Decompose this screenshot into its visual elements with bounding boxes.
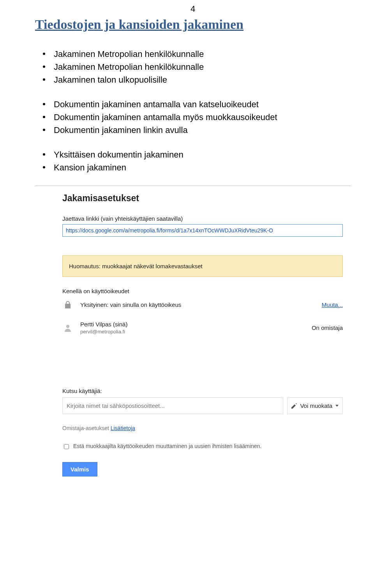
list-item-text: Dokumentin jakaminen antamalla van katse… [54,98,259,111]
notice-box: Huomautus: muokkaajat näkevät lomakevast… [62,255,343,277]
list-item: Kansion jakaminen [43,161,351,174]
share-dialog: Jakamisasetukset Jaettava linkki (vain y… [62,193,343,476]
permission-dropdown[interactable]: Voi muokata [287,397,343,414]
list-item: Jakaminen Metropolian henkilökunnalle [43,60,351,73]
page-title: Tiedostojen ja kansioiden jakaminen [35,17,351,32]
restrict-editors-label: Estä muokkaajilta käyttöoikeuden muuttam… [73,443,261,449]
bullet-dot-icon [43,53,45,55]
bullet-dot-icon [43,116,45,118]
bullet-group-1: Jakaminen Metropolian henkilökunnalle Ja… [43,48,351,86]
bullet-dot-icon [43,103,45,105]
lock-icon [62,301,73,308]
bullet-dot-icon [43,166,45,168]
chevron-down-icon [335,405,339,407]
permission-dropdown-label: Voi muokata [300,402,332,409]
list-item-text: Jakaminen Metropolian henkilökunnalle [54,60,204,73]
permission-row-private: Yksityinen: vain sinulla on käyttöoikeus… [62,294,343,315]
owner-role: On omistaja [312,324,343,331]
bullet-group-2: Dokumentin jakaminen antamalla van katse… [43,98,351,136]
bullet-group-3: Yksittäisen dokumentin jakaminen Kansion… [43,148,351,174]
done-button[interactable]: Valmis [62,462,97,476]
permission-row-owner: Pertti Vilpas (sinä) pervil@metropolia.f… [62,315,343,341]
bullet-dot-icon [43,66,45,68]
more-info-link[interactable]: Lisätietoja [111,425,135,431]
bullet-dot-icon [43,78,45,81]
list-item: Jakaminen Metropolian henkilökunnalle [43,48,351,60]
list-item: Dokumentin jakaminen linkin avulla [43,124,351,136]
access-section-label: Kenellä on käyttöoikeudet [62,288,343,294]
invite-label: Kutsu käyttäjiä: [62,388,343,394]
owner-email: pervil@metropolia.fi [80,329,312,335]
list-item-text: Jakaminen talon ulkopuolisille [54,73,167,86]
list-item-text: Jakaminen Metropolian henkilökunnalle [54,48,204,60]
svg-point-0 [66,325,69,328]
bullet-dot-icon [43,129,45,131]
change-link[interactable]: Muuta... [322,301,343,308]
restrict-editors-checkbox[interactable] [64,444,69,449]
list-item-text: Yksittäisen dokumentin jakaminen [54,148,183,161]
bullet-dot-icon [43,153,45,156]
list-item: Yksittäisen dokumentin jakaminen [43,148,351,161]
owner-name: Pertti Vilpas (sinä) [80,321,312,328]
share-link-input[interactable] [62,224,343,237]
invite-input[interactable] [62,397,283,414]
page-number: 4 [35,4,351,14]
list-item: Dokumentin jakaminen antamalla myös muok… [43,111,351,124]
list-item: Jakaminen talon ulkopuolisille [43,73,351,86]
owner-settings-prefix: Omistaja-asetukset [62,425,111,431]
share-link-label: Jaettava linkki (vain yhteiskäyttäjien s… [62,215,343,222]
divider [35,186,351,186]
list-item-text: Dokumentin jakaminen antamalla myös muok… [54,111,277,124]
owner-settings-line: Omistaja-asetukset Lisätietoja [62,425,343,431]
person-icon [62,324,73,332]
dialog-title: Jakamisasetukset [62,193,343,204]
private-text: Yksityinen: vain sinulla on käyttöoikeus [80,301,322,308]
list-item-text: Dokumentin jakaminen linkin avulla [54,124,188,136]
restrict-editors-checkbox-row[interactable]: Estä muokkaajilta käyttöoikeuden muuttam… [62,443,343,450]
list-item-text: Kansion jakaminen [54,161,126,174]
list-item: Dokumentin jakaminen antamalla van katse… [43,98,351,111]
pencil-icon [291,403,297,409]
